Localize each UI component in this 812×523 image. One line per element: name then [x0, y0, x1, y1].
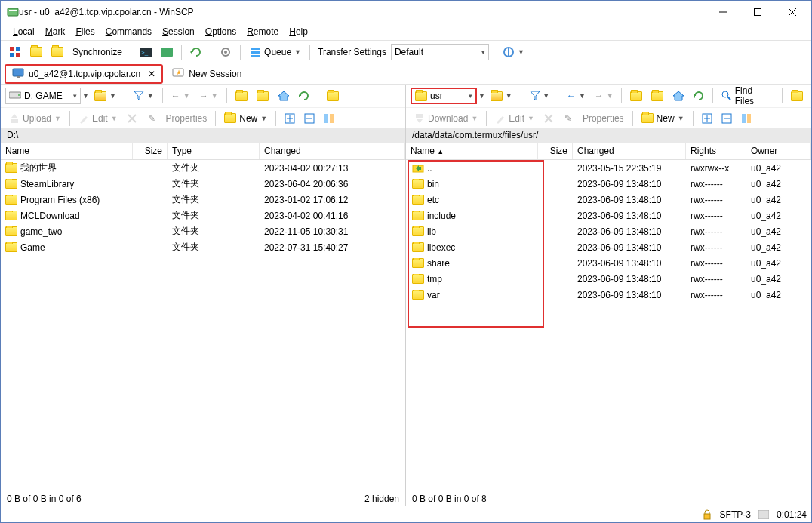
local-path[interactable]: D:\	[1, 128, 405, 143]
folder-icon	[5, 211, 17, 220]
menu-local[interactable]: Local	[8, 25, 39, 38]
remote-edit-button[interactable]: Edit▼	[491, 109, 538, 128]
compare-icon[interactable]	[26, 43, 46, 61]
menu-commands[interactable]: Commands	[101, 25, 156, 38]
local-parent-icon[interactable]	[232, 87, 251, 105]
list-item[interactable]: tmp2023-06-09 13:48:10rwx------u0_a42	[406, 271, 811, 287]
close-button[interactable]	[775, 1, 810, 23]
menu-options[interactable]: Options	[201, 25, 241, 38]
local-minus-icon[interactable]	[300, 109, 318, 128]
menu-mark[interactable]: Mark	[41, 25, 70, 38]
list-item[interactable]: var2023-06-09 13:48:10rwx------u0_a42	[406, 287, 811, 303]
queue-button[interactable]: Queue▼	[245, 43, 305, 61]
local-new-button[interactable]: New▼	[220, 109, 271, 128]
gear-icon[interactable]	[216, 43, 235, 61]
menu-help[interactable]: Help	[285, 25, 312, 38]
remote-path[interactable]: /data/data/com.termux/files/usr/	[406, 128, 811, 143]
local-root-icon[interactable]	[253, 87, 272, 105]
remote-plus-icon[interactable]	[698, 109, 716, 128]
tab-close-icon[interactable]: ✕	[148, 69, 155, 79]
remote-new-button[interactable]: New▼	[638, 109, 688, 128]
local-back-icon[interactable]: ←▼	[168, 87, 194, 105]
remote-forward-icon[interactable]: →▼	[591, 87, 617, 105]
remote-dir-dropdown-icon[interactable]: ▼	[478, 92, 485, 100]
local-edit-button[interactable]: Edit▼	[75, 109, 121, 128]
local-open-folder-icon[interactable]: ▼	[91, 87, 120, 105]
local-forward-icon[interactable]: →▼	[195, 87, 222, 105]
local-home-icon[interactable]	[274, 87, 294, 105]
local-listing[interactable]: 我的世界文件夹2023-04-02 00:27:13SteamLibrary文件…	[1, 160, 405, 492]
upload-button[interactable]: Upload▼	[5, 109, 65, 128]
col-type[interactable]: Type	[168, 143, 260, 159]
remote-dir-combo[interactable]: usr▾	[411, 88, 477, 104]
remote-back-icon[interactable]: ←▼	[563, 87, 589, 105]
list-item[interactable]: SteamLibrary文件夹2023-06-04 20:06:36	[1, 176, 405, 192]
svg-marker-28	[278, 91, 289, 100]
col-name[interactable]: Name ▲	[406, 143, 538, 159]
list-item[interactable]: game_two文件夹2022-11-05 10:30:31	[1, 223, 405, 239]
local-filter-icon[interactable]: ▼	[130, 87, 158, 105]
download-button[interactable]: Download▼	[411, 109, 481, 128]
drive-dropdown-icon[interactable]: ▼	[82, 92, 89, 100]
sync-browse-icon[interactable]	[5, 43, 25, 61]
sync-icon[interactable]	[48, 43, 67, 61]
session-tab-active[interactable]: u0_a42@1.tcp.vip.cpolar.cn ✕	[5, 65, 162, 83]
synchronize-button[interactable]: Synchronize	[69, 43, 126, 61]
menu-remote[interactable]: Remote	[242, 25, 283, 38]
list-item[interactable]: libexec2023-06-09 13:48:10rwx------u0_a4…	[406, 239, 811, 255]
list-item[interactable]: share2023-06-09 13:48:10rwx------u0_a42	[406, 255, 811, 271]
remote-delete-icon[interactable]	[540, 109, 558, 128]
col-changed[interactable]: Changed	[573, 143, 686, 159]
remote-filter-icon[interactable]: ▼	[526, 87, 554, 105]
col-size[interactable]: Size	[538, 143, 573, 159]
list-item[interactable]: etc2023-06-09 13:48:10rwx------u0_a42	[406, 192, 811, 208]
remote-open-folder-icon[interactable]: ▼	[487, 87, 516, 105]
menu-session[interactable]: Session	[158, 25, 199, 38]
new-session-tab[interactable]: ★ New Session	[165, 65, 248, 83]
remote-parent-icon[interactable]	[626, 87, 646, 105]
find-files-button[interactable]: Find Files	[718, 87, 777, 105]
list-item[interactable]: 我的世界文件夹2023-04-02 00:27:13	[1, 160, 405, 176]
list-item[interactable]: Game文件夹2022-07-31 15:40:27	[1, 239, 405, 255]
list-item[interactable]: MCLDownload文件夹2023-04-02 00:41:16	[1, 208, 405, 223]
col-rights[interactable]: Rights	[686, 143, 746, 159]
list-item[interactable]: ..2023-05-15 22:35:19rwxrwx--xu0_a42	[406, 160, 811, 176]
remote-bookmark-icon[interactable]	[787, 87, 807, 105]
local-bookmark-icon[interactable]	[323, 87, 343, 105]
svg-point-44	[722, 91, 728, 97]
local-layout-icon[interactable]	[320, 109, 338, 128]
menu-files[interactable]: Files	[71, 25, 99, 38]
svg-rect-18	[251, 55, 260, 57]
local-refresh-icon[interactable]	[295, 87, 313, 105]
minimize-button[interactable]	[706, 1, 740, 23]
transfer-settings-combo[interactable]: Default▾	[391, 44, 489, 60]
col-size[interactable]: Size	[133, 143, 168, 159]
refresh-both-icon[interactable]	[186, 43, 206, 61]
local-properties-button[interactable]: Properties	[162, 109, 211, 128]
svg-rect-12	[161, 48, 173, 57]
maximize-button[interactable]	[740, 1, 775, 23]
putty-icon[interactable]	[157, 43, 177, 61]
remote-minus-icon[interactable]	[718, 109, 736, 128]
disconnect-icon[interactable]: ▼	[499, 43, 528, 61]
local-rename-icon[interactable]: ✎	[143, 109, 161, 128]
local-drive-combo[interactable]: D: GAME▾	[5, 88, 81, 104]
remote-root-icon[interactable]	[647, 87, 667, 105]
list-item[interactable]: bin2023-06-09 13:48:10rwx------u0_a42	[406, 176, 811, 192]
col-changed[interactable]: Changed	[260, 143, 405, 159]
remote-properties-button[interactable]: Properties	[579, 109, 628, 128]
remote-rename-icon[interactable]: ✎	[559, 109, 577, 128]
remote-layout-icon[interactable]	[737, 109, 755, 128]
remote-home-icon[interactable]	[669, 87, 688, 105]
remote-listing[interactable]: ..2023-05-15 22:35:19rwxrwx--xu0_a42bin2…	[406, 160, 811, 492]
list-item[interactable]: include2023-06-09 13:48:10rwx------u0_a4…	[406, 208, 811, 223]
console-icon[interactable]: >_	[136, 43, 155, 61]
col-owner[interactable]: Owner	[746, 143, 811, 159]
list-item[interactable]: lib2023-06-09 13:48:10rwx------u0_a42	[406, 223, 811, 239]
list-item[interactable]: Program Files (x86)文件夹2023-01-02 17:06:1…	[1, 192, 405, 208]
local-delete-icon[interactable]	[123, 109, 141, 128]
remote-refresh-icon[interactable]	[690, 87, 708, 105]
col-name[interactable]: Name	[1, 143, 133, 159]
monitor-icon	[12, 68, 24, 80]
local-plus-icon[interactable]	[281, 109, 299, 128]
